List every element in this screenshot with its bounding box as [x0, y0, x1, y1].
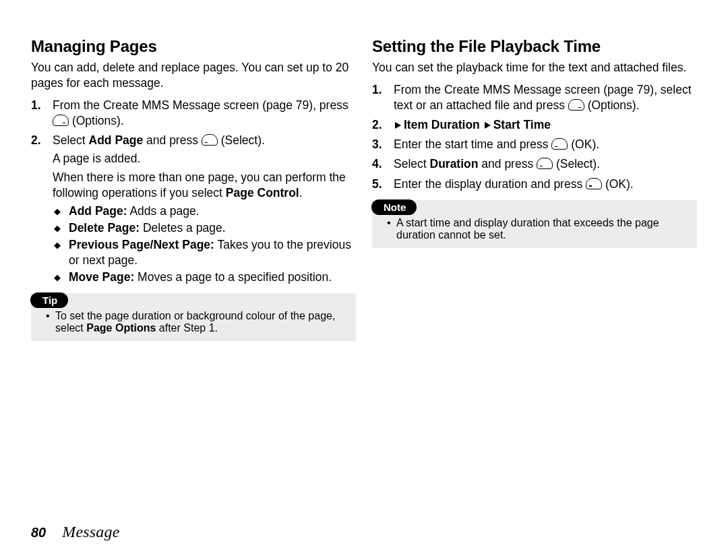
softkey-icon: [202, 134, 218, 146]
item-move-page: Move Page: Moves a page to a specified p…: [69, 270, 356, 285]
d1-bold: Add Page:: [69, 204, 127, 218]
page: Managing Pages You can add, delete and r…: [0, 0, 728, 560]
step-1-text-b: (Options).: [72, 114, 124, 127]
r3-b: (OK).: [571, 137, 599, 151]
r-step-5: Enter the display duration and press (OK…: [394, 177, 697, 192]
step-2-text-c: (Select).: [221, 133, 265, 147]
para2-bold: Page Control: [226, 186, 299, 199]
tip-callout: Tip To set the page duration or backgrou…: [31, 293, 356, 341]
tip-label: Tip: [30, 292, 68, 308]
item-add-page: Add Page: Adds a page.: [69, 204, 356, 219]
d2-text: Deletes a page.: [140, 221, 225, 235]
r4-c: (Select).: [556, 157, 600, 170]
r4-b: and press: [478, 157, 537, 170]
step-2-bold: Add Page: [89, 133, 144, 147]
note-label: Note: [371, 199, 417, 215]
r5-a: Enter the display duration and press: [394, 177, 586, 191]
step-1: From the Create MMS Message screen (page…: [53, 98, 356, 129]
d4-text: Moves a page to a specified position.: [134, 270, 332, 284]
page-control-list: Add Page: Adds a page. Delete Page: Dele…: [53, 204, 356, 285]
d1-text: Adds a page.: [127, 204, 200, 218]
r5-b: (OK).: [605, 177, 634, 191]
r-step-4: Select Duration and press (Select).: [394, 156, 697, 172]
r-step-3: Enter the start time and press (OK).: [394, 137, 697, 152]
d3-bold: Previous Page/Next Page:: [69, 238, 214, 251]
step-1-text-a: From the Create MMS Message screen (page…: [53, 98, 348, 112]
tip-content: To set the page duration or background c…: [31, 309, 356, 341]
page-added-text: A page is added.: [53, 151, 356, 166]
r-step-1: From the Create MMS Message screen (page…: [394, 82, 697, 113]
item-prev-next-page: Previous Page/Next Page: Takes you to th…: [69, 237, 356, 268]
page-number: 80: [31, 525, 46, 540]
step-2: Select Add Page and press (Select). A pa…: [53, 133, 356, 285]
para2-b: .: [299, 186, 303, 199]
steps-list-right: From the Create MMS Message screen (page…: [372, 82, 697, 192]
nav-start-time: Start Time: [493, 118, 551, 131]
note-text: A start time and display duration that e…: [396, 217, 685, 241]
more-pages-text: When there is more than one page, you ca…: [53, 170, 356, 201]
triangle-icon: [485, 122, 491, 129]
tip-bold: Page Options: [86, 322, 156, 334]
r4-bold: Duration: [430, 157, 479, 170]
note-content: A start time and display duration that e…: [372, 216, 697, 248]
r3-a: Enter the start time and press: [394, 137, 551, 151]
item-delete-page: Delete Page: Deletes a page.: [69, 220, 356, 236]
heading-managing-pages: Managing Pages: [31, 37, 356, 56]
two-column-layout: Managing Pages You can add, delete and r…: [31, 37, 697, 349]
d2-bold: Delete Page:: [69, 221, 140, 235]
r1-a: From the Create MMS Message screen (page…: [394, 83, 692, 112]
note-callout: Note A start time and display duration t…: [372, 200, 697, 248]
d4-bold: Move Page:: [69, 270, 134, 284]
intro-text-right: You can set the playback time for the te…: [372, 60, 697, 75]
steps-list: From the Create MMS Message screen (page…: [31, 98, 356, 285]
left-column: Managing Pages You can add, delete and r…: [31, 37, 356, 349]
step-2-text-a: Select: [53, 133, 89, 147]
footer-section: Message: [62, 523, 119, 541]
softkey-icon: [537, 158, 553, 169]
page-footer: 80 Message: [31, 523, 120, 541]
heading-playback-time: Setting the File Playback Time: [372, 37, 697, 56]
triangle-icon: [395, 122, 401, 129]
softkey-icon: [551, 138, 568, 150]
nav-item-duration: Item Duration: [404, 118, 480, 131]
r-step-2: Item Duration Start Time: [394, 117, 697, 133]
tip-b: after Step 1.: [156, 322, 218, 334]
right-column: Setting the File Playback Time You can s…: [372, 37, 697, 349]
step-2-text-b: and press: [143, 133, 202, 147]
r1-b: (Options).: [588, 98, 640, 112]
r4-a: Select: [394, 157, 430, 170]
softkey-icon: [586, 178, 602, 189]
intro-text: You can add, delete and replace pages. Y…: [31, 60, 356, 91]
softkey-icon: [53, 115, 69, 126]
softkey-icon: [568, 99, 584, 111]
